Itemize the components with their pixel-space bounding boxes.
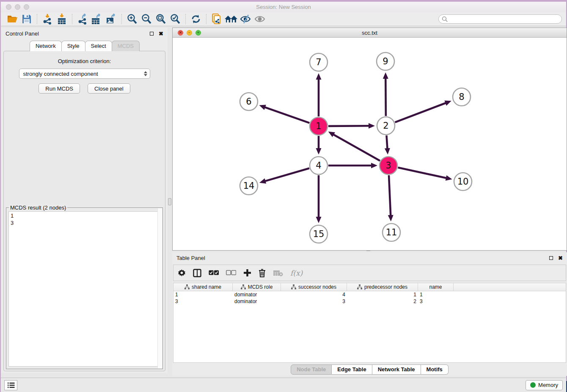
close-table-panel-icon[interactable]: ✖ [558,255,563,261]
optimization-criterion-select[interactable]: strongly connected component [19,69,150,79]
hide-panel-eye-icon[interactable] [238,13,253,25]
workspace: Control Panel ✖ Network Style Select MCD… [1,26,566,378]
memory-button[interactable]: Memory [526,380,563,390]
close-view-button[interactable]: ✕ [178,30,183,36]
add-column-icon[interactable] [243,269,251,277]
tree-icon [184,284,190,290]
graph-node-label: 10 [457,177,469,187]
graph-node-label: 11 [386,227,397,237]
table-toolbar: f(x) [173,265,566,281]
toolbar-separator [121,14,122,24]
network-view-title: scc.txt [173,30,567,36]
cell-shared-name: 1 [173,292,233,298]
tab-mcds[interactable]: MCDS [112,41,140,51]
graph-edge-1-2 [328,126,370,126]
delete-column-icon[interactable] [259,269,266,277]
graph-edge-2-8 [395,102,447,122]
settings-gear-icon[interactable] [178,269,186,277]
chevron-up-down-icon [144,71,147,76]
run-mcds-button[interactable]: Run MCDS [39,83,80,94]
tab-select[interactable]: Select [85,41,112,51]
export-image-icon[interactable] [104,13,118,25]
float-panel-icon[interactable] [150,32,154,36]
graph-edge-3-10 [398,168,447,178]
column-header-successor-nodes[interactable]: successor nodes [281,283,347,291]
table-tabs: Node Table Edge Table Network Table Moti… [172,363,567,376]
search-input[interactable] [448,15,561,23]
search-box[interactable] [438,14,562,24]
graph-arrowhead [316,73,322,80]
window-title: Session: New Session [1,4,566,10]
cell-predecessor-nodes: 1 [347,292,418,298]
table-header-row: shared name MCDS role successor nodes pr… [173,283,566,291]
graph-arrowhead [259,105,266,110]
save-session-icon[interactable] [19,13,34,25]
graph-node-label: 7 [316,57,321,67]
tree-icon [241,284,246,290]
column-header-shared-name[interactable]: shared name [173,283,233,291]
zoom-fit-icon[interactable] [154,13,168,25]
network-window-titlebar: ✕ − + scc.txt [173,28,567,38]
graph-node-label: 6 [246,97,251,107]
network-canvas[interactable]: 7968124314101511 [173,38,567,250]
column-header-mcds-role[interactable]: MCDS role [233,283,281,291]
graph-node-label: 9 [383,56,388,66]
float-table-panel-icon[interactable] [549,256,553,260]
selected-option: strongly connected component [23,71,98,77]
zoom-selected-icon[interactable] [168,13,182,25]
graph-node-label: 8 [459,92,464,102]
graph-edge-3-1 [333,134,380,161]
zoom-in-icon[interactable] [125,13,139,25]
split-panel-icon[interactable] [193,269,201,277]
tab-motifs[interactable]: Motifs [421,364,449,375]
tab-network-table[interactable]: Network Table [372,364,421,375]
mcds-result-title: MCDS result (2 nodes) [9,204,67,211]
list-icon [7,382,15,389]
export-network-icon[interactable] [75,13,90,25]
tree-icon [357,284,362,290]
table-row[interactable]: 1 dominator 4 1 1 [173,291,566,298]
export-table-icon[interactable] [90,13,104,25]
tab-style[interactable]: Style [61,41,85,51]
tab-edge-table[interactable]: Edge Table [332,364,372,375]
graph-node-label: 2 [383,121,388,131]
select-all-icon[interactable] [209,270,219,276]
toolbar-separator [206,14,206,24]
graph-node-label: 15 [313,229,325,239]
cell-mcds-role: dominator [233,298,281,304]
close-panel-button[interactable]: Close panel [88,83,130,94]
graph-edge-1-6 [264,107,309,123]
toolbar-separator [185,14,186,24]
tab-network[interactable]: Network [30,41,62,51]
deselect-all-icon[interactable] [226,270,236,276]
table-panel-header: Table Panel ✖ [172,252,567,263]
graph-edge-2-3 [386,135,387,149]
show-panel-eye-icon[interactable] [253,13,267,25]
mcds-panel: Optimization criterion: strongly connect… [3,51,165,371]
table-row[interactable]: 3 dominator 3 2 3 [173,298,566,305]
column-header-name[interactable]: name [418,283,454,291]
close-panel-icon[interactable]: ✖ [159,31,163,36]
column-header-predecessor-nodes[interactable]: predecessor nodes [347,283,418,291]
mcds-result-box: MCDS result (2 nodes) 1 3 [6,207,163,369]
open-network-file-icon[interactable] [209,13,224,25]
tab-node-table[interactable]: Node Table [291,364,332,375]
result-scrollbar[interactable] [157,208,162,368]
control-panel-tabs: Network Style Select MCDS [1,41,168,51]
maximize-view-button[interactable]: + [195,30,201,36]
open-session-icon[interactable] [5,13,19,25]
vertical-splitter-handle[interactable] [168,198,171,205]
mcds-result-text[interactable]: 1 3 [8,211,160,367]
graph-arrowhead [369,123,375,129]
task-history-button[interactable] [4,380,17,390]
graph-arrowhead [316,148,322,155]
import-network-icon[interactable] [40,13,55,25]
toolbar-separator [37,14,37,24]
home-icon[interactable] [224,13,238,25]
apply-layout-icon[interactable] [189,13,203,25]
graph-node-label: 3 [385,160,391,171]
import-table-icon[interactable] [55,13,69,25]
cell-mcds-role: dominator [233,292,281,298]
zoom-out-icon[interactable] [139,13,154,25]
minimize-view-button[interactable]: − [187,30,192,36]
